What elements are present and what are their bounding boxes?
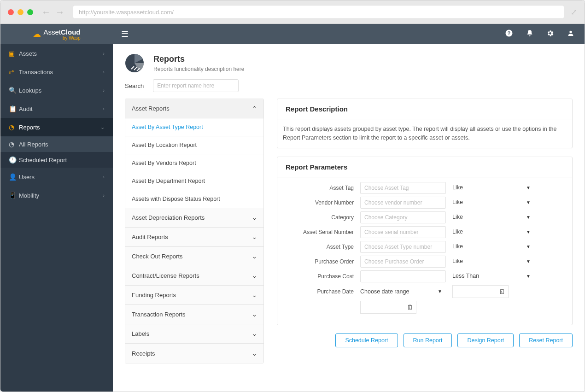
sidebar-item-label: Reports [19, 124, 40, 131]
param-input-2[interactable] [360, 211, 446, 223]
chevron-down-icon: ⌄ [252, 214, 257, 221]
date-picker-end[interactable]: 🗓 [452, 285, 509, 298]
browser-chrome: ← → http://yoursite.waspassetcloud.com/ … [0, 0, 585, 24]
notifications-icon[interactable] [526, 29, 533, 39]
calendar-icon: 🗓 [499, 288, 505, 295]
sidebar-subitem-scheduled-report[interactable]: 🕘 Scheduled Report [0, 152, 113, 168]
settings-icon[interactable] [546, 29, 554, 39]
svg-point-2 [569, 31, 572, 33]
sidebar-subitem-label: Scheduled Report [19, 157, 67, 164]
search-input[interactable] [153, 79, 239, 92]
date-range-select[interactable]: Choose date range ▼ [360, 286, 446, 298]
sidebar-subitem-all-reports[interactable]: ◔ All Reports [0, 136, 113, 152]
accordion-header[interactable]: Labels⌄ [125, 324, 263, 344]
tablet-icon: 📱 [9, 192, 19, 199]
sidebar-item-lookups[interactable]: 🔍 Lookups › [0, 81, 113, 99]
accordion-header[interactable]: Asset Depreciation Reports⌄ [125, 208, 263, 228]
accordion-header-label: Check Out Reports [132, 253, 183, 260]
accordion-header-label: Asset Reports [132, 105, 170, 112]
brand-name: Asset [43, 28, 61, 36]
param-operator-value: Like [452, 243, 463, 250]
chevron-down-icon: ⌄ [100, 124, 105, 130]
accordion-header-asset-reports[interactable]: Asset Reports ⌃ [125, 99, 263, 118]
sidebar-item-audit[interactable]: 📋 Audit › [0, 99, 113, 118]
param-operator-value: Like [452, 214, 463, 220]
param-operator-value: Less Than [452, 273, 479, 279]
accordion-header[interactable]: Audit Reports⌄ [125, 228, 263, 247]
accordion-header[interactable]: Receipts⌄ [125, 344, 263, 363]
param-input-5[interactable] [360, 256, 446, 268]
chevron-down-icon: ⌄ [252, 311, 257, 318]
reset-report-button[interactable]: Reset Report [519, 333, 573, 347]
back-icon[interactable]: ← [41, 7, 51, 18]
param-operator-select[interactable]: Like ▼ [452, 256, 534, 268]
brand-logo[interactable]: ☁ AssetCloud by Wasp [0, 28, 113, 41]
report-item[interactable]: Asset By Department Report [125, 172, 263, 190]
minimize-window-dot[interactable] [18, 9, 23, 15]
sidebar-item-label: Lookups [19, 87, 41, 94]
accordion-header-label: Transaction Reports [132, 311, 186, 318]
design-report-button[interactable]: Design Report [457, 333, 514, 347]
chevron-down-icon: ⌄ [252, 253, 257, 260]
param-input-4[interactable] [360, 241, 446, 253]
forward-icon[interactable]: → [55, 7, 64, 18]
sidebar-item-reports[interactable]: ◔ Reports ⌄ [0, 118, 113, 136]
chevron-down-icon: ⌄ [252, 330, 257, 337]
close-window-dot[interactable] [8, 9, 14, 15]
page-subtitle: Reports functionality description here [153, 66, 244, 72]
sidebar-item-transactions[interactable]: ⇄ Transactions › [0, 63, 113, 81]
param-operator-select[interactable]: Like ▼ [452, 241, 534, 253]
report-description-panel: Report Description This report displays … [277, 99, 573, 148]
report-item[interactable]: Asset By Asset Type Report [125, 118, 263, 136]
sidebar: ▣ Assets › ⇄ Transactions › 🔍 Lookups › … [0, 44, 113, 392]
param-operator-value: Like [452, 258, 463, 264]
param-input-3[interactable] [360, 226, 446, 238]
address-bar[interactable]: http://yoursite.waspassetcloud.com/ [73, 5, 564, 19]
accordion-header[interactable]: Funding Reports⌄ [125, 286, 263, 305]
param-label: Asset Tag [283, 185, 354, 191]
action-buttons: Schedule Report Run Report Design Report… [277, 333, 573, 347]
accordion-header[interactable]: Transaction Reports⌄ [125, 305, 263, 324]
caret-down-icon: ▼ [526, 200, 531, 205]
param-operator-value: Like [452, 199, 463, 205]
pie-icon: ◔ [9, 123, 19, 131]
report-parameters-panel: Report Parameters Asset Tag Like ▼ Vendo… [277, 157, 573, 325]
param-input-1[interactable] [360, 197, 446, 209]
accordion-header-label: Contract/License Reports [132, 272, 199, 279]
transactions-icon: ⇄ [9, 68, 19, 76]
param-label: Asset Type [283, 244, 354, 250]
expand-icon[interactable]: ⤢ [571, 7, 577, 17]
run-report-button[interactable]: Run Report [404, 333, 452, 347]
param-label: Asset Serial Number [283, 229, 354, 235]
report-description-text: This report displays assets grouped by a… [277, 119, 572, 148]
sidebar-item-assets[interactable]: ▣ Assets › [0, 44, 113, 63]
param-input-6[interactable] [360, 270, 446, 282]
accordion-header[interactable]: Check Out Reports⌄ [125, 247, 263, 266]
sidebar-item-mobility[interactable]: 📱 Mobility › [0, 186, 113, 205]
accordion-header[interactable]: Contract/License Reports⌄ [125, 266, 263, 286]
report-item[interactable]: Asset By Vendors Report [125, 154, 263, 172]
param-input-0[interactable] [360, 182, 446, 194]
date-picker-start[interactable]: 🗓 [360, 301, 416, 314]
param-operator-select[interactable]: Like ▼ [452, 197, 534, 209]
sidebar-item-label: Mobility [19, 192, 39, 199]
param-operator-select[interactable]: Like ▼ [452, 226, 534, 238]
sidebar-subitem-label: All Reports [19, 141, 48, 148]
hamburger-icon[interactable]: ☰ [121, 29, 129, 39]
help-icon[interactable]: ? [505, 29, 513, 39]
maximize-window-dot[interactable] [27, 9, 33, 15]
sidebar-item-label: Audit [19, 105, 33, 112]
param-operator-select[interactable]: Like ▼ [452, 211, 534, 223]
report-item[interactable]: Asset By Location Report [125, 136, 263, 154]
user-icon[interactable] [567, 29, 574, 39]
param-label: Category [283, 214, 354, 221]
param-operator-select[interactable]: Like ▼ [452, 182, 534, 194]
report-item-label: Asset By Vendors Report [132, 160, 196, 166]
schedule-report-button[interactable]: Schedule Report [335, 333, 398, 347]
sidebar-item-users[interactable]: 👤 Users › [0, 168, 113, 186]
report-item-label: Asset By Asset Type Report [132, 124, 203, 130]
report-item-label: Asset By Location Report [132, 142, 197, 148]
param-operator-select[interactable]: Less Than ▼ [452, 270, 534, 282]
report-item[interactable]: Assets with Dispose Status Report [125, 190, 263, 208]
report-item-label: Asset By Department Report [132, 178, 205, 184]
